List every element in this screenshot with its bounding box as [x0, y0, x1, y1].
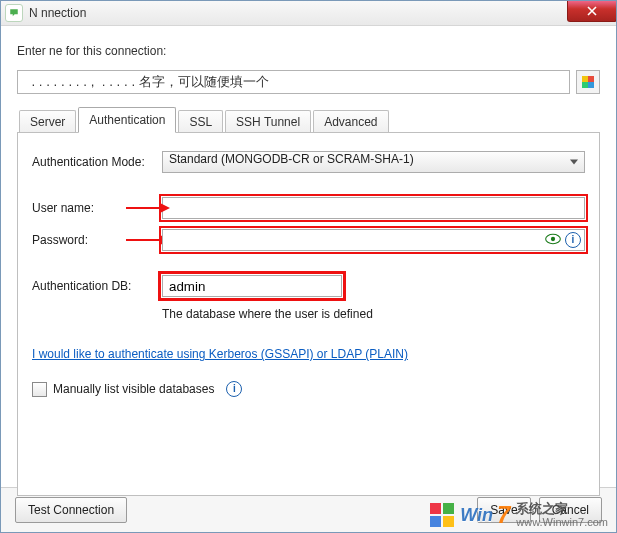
password-icons: i [545, 232, 581, 248]
reveal-password-button[interactable] [545, 233, 561, 248]
red-arrow-icon [126, 201, 170, 215]
auth-mode-value: Standard (MONGODB-CR or SCRAM-SHA-1) [169, 152, 414, 166]
test-connection-button[interactable]: Test Connection [15, 497, 127, 523]
svg-point-5 [551, 236, 555, 240]
username-row: User name: [32, 197, 585, 219]
manual-db-label: Manually list visible databases [53, 382, 214, 396]
tab-ssh-tunnel[interactable]: SSH Tunnel [225, 110, 311, 133]
close-button[interactable] [567, 0, 617, 22]
name-row [17, 70, 600, 94]
kerberos-ldap-link[interactable]: I would like to authenticate using Kerbe… [32, 347, 408, 361]
dialog-window: N nnection Enter ne for this connection:… [0, 0, 617, 533]
auth-db-input[interactable] [162, 275, 342, 297]
tab-server[interactable]: Server [19, 110, 76, 133]
eye-icon [545, 233, 561, 245]
username-input[interactable] [162, 197, 585, 219]
watermark: Win 7 系统之家 www.Winwin7.com [430, 502, 608, 528]
watermark-cn: 系统之家 [516, 502, 568, 516]
auth-mode-label: Authentication Mode: [32, 155, 162, 169]
app-icon [5, 4, 23, 22]
tab-ssl[interactable]: SSL [178, 110, 223, 133]
dialog-content: Enter ne for this connection: Server Aut… [1, 26, 616, 496]
connection-name-input[interactable] [17, 70, 570, 94]
tab-strip: Server Authentication SSL SSH Tunnel Adv… [17, 106, 600, 132]
tab-advanced[interactable]: Advanced [313, 110, 388, 133]
auth-mode-select[interactable]: Standard (MONGODB-CR or SCRAM-SHA-1) [162, 151, 585, 173]
svg-marker-1 [160, 203, 170, 213]
name-prompt: Enter ne for this connection: [17, 44, 600, 58]
password-input[interactable] [162, 229, 585, 251]
tabs: Server Authentication SSL SSH Tunnel Adv… [17, 106, 600, 496]
window-title: N nnection [29, 6, 86, 20]
color-picker-button[interactable] [576, 70, 600, 94]
watermark-url: www.Winwin7.com [516, 516, 608, 528]
auth-db-hint: The database where the user is defined [162, 307, 585, 321]
titlebar: N nnection [1, 1, 616, 26]
watermark-brand: Win [460, 506, 493, 524]
auth-mode-row: Authentication Mode: Standard (MONGODB-C… [32, 151, 585, 173]
tab-panel-authentication: Authentication Mode: Standard (MONGODB-C… [17, 132, 600, 496]
password-row: Password: i [32, 229, 585, 251]
auth-db-row: Authentication DB: [32, 275, 585, 297]
close-icon [587, 6, 597, 16]
watermark-seven: 7 [497, 505, 510, 525]
chevron-down-icon [570, 160, 578, 165]
windows-flag-icon [430, 503, 454, 527]
tab-authentication[interactable]: Authentication [78, 107, 176, 133]
manual-db-row: Manually list visible databases i [32, 381, 585, 397]
auth-db-label: Authentication DB: [32, 279, 162, 293]
info-icon[interactable]: i [565, 232, 581, 248]
info-icon[interactable]: i [226, 381, 242, 397]
color-swatch-icon [582, 76, 594, 88]
manual-db-checkbox[interactable] [32, 382, 47, 397]
